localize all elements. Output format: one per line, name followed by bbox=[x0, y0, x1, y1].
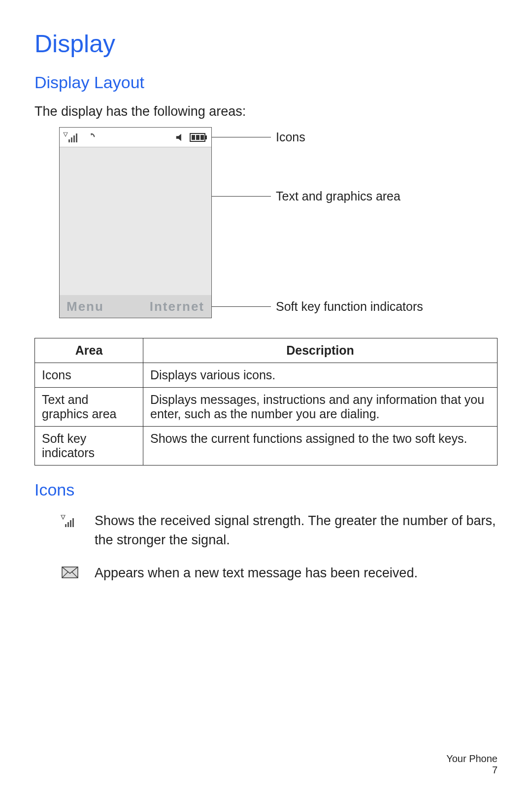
table-cell-area: Text and graphics area bbox=[35, 388, 143, 427]
table-row: Icons Displays various icons. bbox=[35, 363, 498, 388]
battery-icon bbox=[189, 132, 208, 143]
table-cell-area: Soft key indicators bbox=[35, 427, 143, 466]
table-cell-description: Displays various icons. bbox=[143, 363, 498, 388]
table-header-area: Area bbox=[35, 338, 143, 363]
svg-rect-13 bbox=[65, 524, 66, 527]
intro-text: The display has the following areas: bbox=[34, 104, 498, 119]
softkey-left: Menu bbox=[66, 299, 104, 314]
phone-softkey-bar: Menu Internet bbox=[60, 295, 211, 318]
table-header-description: Description bbox=[143, 338, 498, 363]
phone-diagram: Menu Internet Icons Text and graphics ar… bbox=[59, 127, 498, 318]
callout-icons: Icons bbox=[276, 130, 305, 144]
svg-rect-8 bbox=[205, 135, 207, 139]
phone-icon-bar bbox=[60, 128, 211, 147]
svg-rect-9 bbox=[192, 135, 195, 140]
callout-softkeys: Soft key function indicators bbox=[276, 299, 423, 314]
svg-rect-10 bbox=[196, 135, 200, 140]
subsection-display-layout: Display Layout bbox=[34, 73, 498, 92]
footer-section: Your Phone bbox=[446, 753, 498, 765]
legend-text: Shows the received signal strength. The … bbox=[95, 511, 498, 550]
speaker-icon bbox=[175, 132, 186, 143]
page-title: Display bbox=[34, 30, 498, 58]
callout-text-area: Text and graphics area bbox=[276, 189, 400, 203]
svg-marker-12 bbox=[61, 515, 65, 519]
svg-rect-2 bbox=[71, 137, 72, 142]
page-footer: Your Phone 7 bbox=[446, 753, 498, 776]
table-row: Text and graphics area Displays messages… bbox=[35, 388, 498, 427]
phone-text-graphics-area bbox=[60, 147, 211, 295]
table-row: Soft key indicators Shows the current fu… bbox=[35, 427, 498, 466]
svg-marker-6 bbox=[176, 133, 181, 141]
phone-screen: Menu Internet bbox=[59, 127, 212, 318]
svg-rect-3 bbox=[73, 135, 75, 142]
message-icon bbox=[62, 566, 78, 578]
svg-rect-4 bbox=[76, 133, 77, 142]
svg-rect-1 bbox=[68, 139, 70, 142]
svg-rect-16 bbox=[72, 518, 74, 527]
signal-icon bbox=[60, 514, 80, 528]
svg-rect-11 bbox=[200, 135, 204, 140]
table-cell-description: Displays messages, instructions and any … bbox=[143, 388, 498, 427]
legend-row: Appears when a new text message has been… bbox=[59, 564, 498, 583]
svg-rect-15 bbox=[70, 520, 71, 527]
legend-row: Shows the received signal strength. The … bbox=[59, 511, 498, 550]
softkey-right: Internet bbox=[150, 299, 204, 314]
icon-legend: Shows the received signal strength. The … bbox=[59, 511, 498, 583]
svg-marker-0 bbox=[64, 133, 67, 136]
table-header-row: Area Description bbox=[35, 338, 498, 363]
svg-rect-14 bbox=[67, 522, 69, 527]
footer-page-number: 7 bbox=[446, 765, 498, 776]
table-cell-description: Shows the current functions assigned to … bbox=[143, 427, 498, 466]
subsection-icons: Icons bbox=[34, 480, 498, 499]
areas-table: Area Description Icons Displays various … bbox=[34, 338, 498, 466]
signal-icon bbox=[63, 132, 82, 143]
call-icon bbox=[85, 132, 96, 143]
legend-text: Appears when a new text message has been… bbox=[95, 564, 418, 583]
table-cell-area: Icons bbox=[35, 363, 143, 388]
